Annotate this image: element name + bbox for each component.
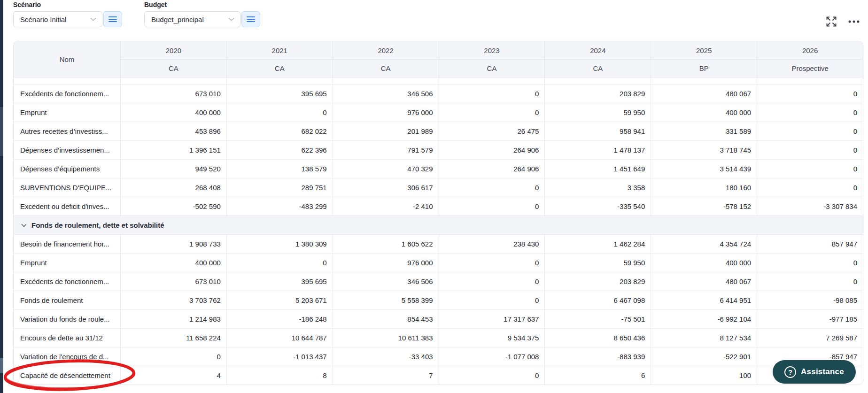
year-header: 2024 (544, 41, 651, 59)
year-header: 2023 (439, 41, 545, 59)
value-cell: 7 269 587 (757, 329, 863, 347)
value-cell: 7 (333, 366, 439, 385)
value-cell: 201 989 (333, 122, 439, 140)
sidebar-segment (0, 358, 3, 373)
empty-cell (757, 77, 863, 84)
chevron-down-icon (21, 223, 27, 227)
budget-menu-button[interactable] (241, 11, 260, 27)
value-cell: 3 358 (544, 178, 651, 197)
sidebar-segment (0, 107, 3, 156)
chevron-down-icon (228, 17, 234, 21)
section-header-row[interactable]: Fonds de roulement, dette et solvabilité (14, 216, 863, 234)
value-cell: 0 (439, 254, 545, 272)
value-cell: 10 644 787 (226, 329, 333, 347)
value-cell: 59 950 (544, 103, 651, 122)
table-row: Excédents de fonctionnem...673 010395 69… (14, 84, 863, 103)
table-row: Variation du fonds de roule...1 214 983-… (14, 309, 863, 328)
empty-cell (333, 77, 439, 84)
value-cell: 0 (439, 197, 545, 216)
type-header: CA (333, 59, 439, 77)
value-cell: -578 152 (651, 197, 757, 216)
year-header: 2025 (651, 41, 757, 59)
widget-actions (824, 14, 861, 29)
value-cell: 264 906 (439, 160, 545, 178)
value-cell: 8 650 436 (544, 329, 651, 347)
value-cell: 4 354 724 (651, 235, 757, 253)
value-cell: 5 558 399 (333, 291, 439, 309)
type-header: Prospective (757, 59, 863, 77)
value-cell: 10 611 383 (333, 329, 439, 347)
row-name-cell: Variation de l'encours de d... (14, 347, 120, 366)
value-cell: 11 658 224 (120, 329, 226, 347)
value-cell: 400 000 (120, 254, 226, 272)
value-cell: 0 (757, 160, 863, 178)
value-cell: 673 010 (120, 272, 226, 291)
table-header: Nom 2020CA2021CA2022CA2023CA2024CA2025BP… (14, 41, 863, 77)
value-cell: 3 703 762 (120, 291, 226, 309)
budget-select[interactable]: Budget_principal (144, 11, 240, 27)
collapsed-sidebar[interactable] (0, 0, 3, 393)
value-cell: 4 (120, 366, 226, 385)
row-name-cell: Dépenses d’investissemen... (14, 141, 120, 159)
value-cell: 6 414 951 (651, 291, 757, 309)
row-name-cell: Encours de dette au 31/12 (14, 329, 120, 347)
rows-after-section: Besoin de financement hor...1 908 7331 3… (14, 234, 863, 385)
value-cell: 0 (120, 347, 226, 366)
scenario-menu-button[interactable] (103, 11, 122, 27)
value-cell: 1 478 137 (544, 141, 651, 159)
row-name-cell: Besoin de financement hor... (14, 235, 120, 253)
value-cell: 0 (439, 272, 545, 291)
value-cell: 306 617 (333, 178, 439, 197)
value-cell: 976 000 (333, 254, 439, 272)
table-row: Besoin de financement hor...1 908 7331 3… (14, 234, 863, 253)
scenario-select[interactable]: Scénario Initial (13, 11, 102, 27)
value-cell: 9 534 375 (439, 329, 545, 347)
type-header: CA (120, 59, 226, 77)
financial-table[interactable]: Nom 2020CA2021CA2022CA2023CA2024CA2025BP… (13, 41, 863, 385)
empty-cell (544, 77, 651, 84)
value-cell: 622 396 (226, 141, 333, 159)
year-header: 2020 (120, 41, 226, 59)
value-cell: 1 605 622 (333, 235, 439, 253)
value-cell: -6 992 104 (651, 310, 757, 328)
value-cell: 1 396 151 (120, 141, 226, 159)
value-cell: 400 000 (651, 254, 757, 272)
value-cell: 8 (226, 366, 333, 385)
table-row: Emprunt400 0000976 000059 950400 0000 (14, 103, 863, 122)
table-row: Variation de l'encours de d...0-1 013 43… (14, 347, 863, 366)
value-cell: 854 453 (333, 310, 439, 328)
value-cell: 346 506 (333, 85, 439, 103)
type-header: CA (544, 59, 651, 77)
assistance-button[interactable]: ? Assistance (773, 360, 856, 384)
row-name-cell: Excédents de fonctionnem... (14, 85, 120, 103)
scenario-label: Scénario (13, 1, 122, 11)
row-name-cell: Emprunt (14, 254, 120, 272)
value-cell: 0 (757, 178, 863, 197)
empty-cell (14, 77, 120, 84)
scenario-field: Scénario Scénario Initial (13, 1, 122, 27)
clipped-row (14, 77, 863, 84)
value-cell: -483 299 (226, 197, 333, 216)
budget-label: Budget (144, 1, 260, 11)
type-header: BP (651, 59, 757, 77)
row-name-cell: Dépenses d’équipements (14, 160, 120, 178)
value-cell: 26 475 (439, 122, 545, 140)
value-cell: 976 000 (333, 103, 439, 122)
value-cell: 958 941 (544, 122, 651, 140)
table-row: Capacité de désendettement48706100 (14, 366, 863, 385)
year-header: 2022 (333, 41, 439, 59)
value-cell: 0 (439, 291, 545, 309)
more-options-button[interactable] (846, 14, 861, 29)
row-name-cell: Autres recettes d’investiss... (14, 122, 120, 140)
value-cell: 180 160 (651, 178, 757, 197)
rows-before-section: Excédents de fonctionnem...673 010395 69… (14, 84, 863, 216)
value-cell: 203 829 (544, 85, 651, 103)
expand-button[interactable] (824, 14, 839, 29)
hamburger-icon (247, 16, 255, 23)
value-cell: 203 829 (544, 272, 651, 291)
value-cell: 17 317 637 (439, 310, 545, 328)
type-header: CA (226, 59, 333, 77)
value-cell: 0 (757, 103, 863, 122)
section-title: Fonds de roulement, dette et solvabilité (31, 221, 164, 229)
value-cell: 0 (226, 103, 333, 122)
